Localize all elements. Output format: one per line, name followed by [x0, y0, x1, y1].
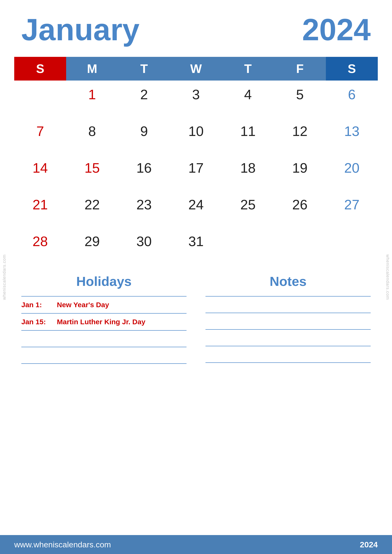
- note-line: [205, 362, 371, 379]
- holiday-empty-line: [21, 330, 187, 347]
- calendar-container: S M T W T F S 1 2 3 4 5 6: [14, 57, 378, 264]
- holiday-date: Jan 15:: [21, 318, 50, 326]
- day-cell: 20: [326, 154, 378, 191]
- day-cell: 6: [326, 81, 378, 117]
- note-line: [205, 346, 371, 362]
- table-row: 28 29 30 31: [14, 227, 378, 264]
- day-cell: 28: [14, 227, 66, 264]
- header-wednesday: W: [170, 57, 222, 81]
- day-cell: 17: [170, 154, 222, 191]
- table-row: 14 15 16 17 18 19 20: [14, 154, 378, 191]
- note-line: [205, 296, 371, 313]
- day-cell: [14, 81, 66, 117]
- day-cell: [274, 227, 326, 264]
- year-title: 2024: [302, 14, 371, 45]
- footer-url: www.wheniscalendars.com: [14, 540, 111, 549]
- table-row: 7 8 9 10 11 12 13: [14, 117, 378, 154]
- header-thursday: T: [222, 57, 274, 81]
- day-cell: 24: [170, 191, 222, 227]
- holiday-item: Jan 15: Martin Luther King Jr. Day: [21, 313, 187, 330]
- day-cell: 30: [118, 227, 170, 264]
- day-cell: 29: [66, 227, 118, 264]
- holidays-title: Holidays: [21, 274, 187, 289]
- day-cell: 27: [326, 191, 378, 227]
- watermark-left: wheniscalendars.com: [2, 254, 7, 300]
- day-cell: 23: [118, 191, 170, 227]
- day-cell: 31: [170, 227, 222, 264]
- holiday-empty-line: [21, 347, 187, 363]
- watermark-right: wheniscalendars.com: [385, 254, 390, 300]
- day-cell: 15: [66, 154, 118, 191]
- day-cell: 21: [14, 191, 66, 227]
- table-row: 1 2 3 4 5 6: [14, 81, 378, 117]
- day-cell: 8: [66, 117, 118, 154]
- header-monday: M: [66, 57, 118, 81]
- table-row: 21 22 23 24 25 26 27: [14, 191, 378, 227]
- holidays-section: Holidays Jan 1: New Year's Day Jan 15: M…: [21, 274, 187, 380]
- day-cell: [222, 227, 274, 264]
- day-cell: 5: [274, 81, 326, 117]
- calendar-table: S M T W T F S 1 2 3 4 5 6: [14, 57, 378, 264]
- day-cell: 16: [118, 154, 170, 191]
- holiday-date: Jan 1:: [21, 301, 50, 309]
- holiday-name: Martin Luther King Jr. Day: [57, 318, 145, 326]
- day-cell: 22: [66, 191, 118, 227]
- day-cell: 10: [170, 117, 222, 154]
- day-cell: 4: [222, 81, 274, 117]
- notes-section: Notes: [205, 274, 371, 380]
- notes-title: Notes: [205, 274, 371, 289]
- day-cell: 25: [222, 191, 274, 227]
- note-line: [205, 329, 371, 346]
- header-sunday: S: [14, 57, 66, 81]
- note-line: [205, 313, 371, 329]
- header: January 2024: [0, 0, 392, 52]
- day-cell: 14: [14, 154, 66, 191]
- bottom-section: Holidays Jan 1: New Year's Day Jan 15: M…: [21, 274, 371, 380]
- footer: www.wheniscalendars.com 2024: [0, 535, 392, 554]
- holiday-item: Jan 1: New Year's Day: [21, 296, 187, 313]
- day-cell: 1: [66, 81, 118, 117]
- day-cell: 11: [222, 117, 274, 154]
- day-cell: 13: [326, 117, 378, 154]
- day-cell: 12: [274, 117, 326, 154]
- holiday-empty-line: [21, 363, 187, 380]
- day-cell: [326, 227, 378, 264]
- day-header-row: S M T W T F S: [14, 57, 378, 81]
- day-cell: 18: [222, 154, 274, 191]
- day-cell: 3: [170, 81, 222, 117]
- header-saturday: S: [326, 57, 378, 81]
- day-cell: 19: [274, 154, 326, 191]
- footer-year: 2024: [360, 540, 378, 549]
- month-title: January: [21, 14, 140, 45]
- day-cell: 2: [118, 81, 170, 117]
- holiday-name: New Year's Day: [57, 301, 109, 309]
- calendar-page: wheniscalendars.com wheniscalendars.com …: [0, 0, 392, 554]
- day-cell: 26: [274, 191, 326, 227]
- day-cell: 9: [118, 117, 170, 154]
- day-cell: 7: [14, 117, 66, 154]
- header-friday: F: [274, 57, 326, 81]
- header-tuesday: T: [118, 57, 170, 81]
